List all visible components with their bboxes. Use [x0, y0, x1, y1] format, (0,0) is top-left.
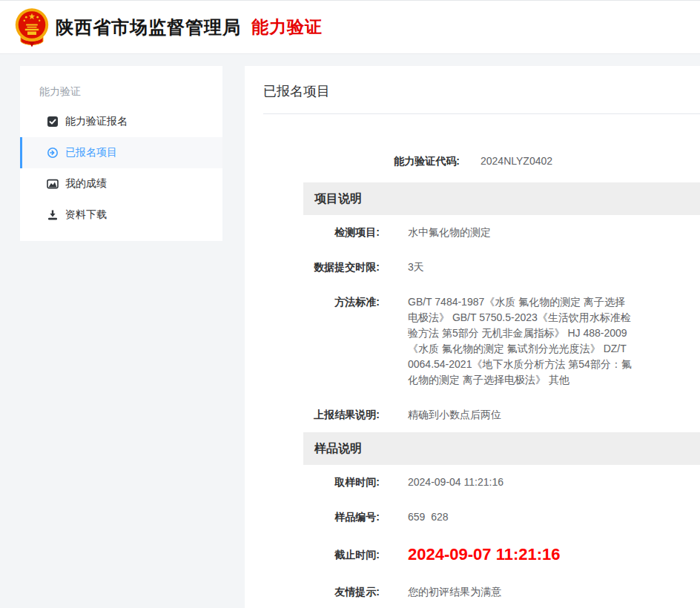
- title-divider: [263, 113, 700, 114]
- sidebar-column: 能力验证 能力验证报名 已报名项目: [0, 66, 245, 608]
- sidebar-item-label: 已报名项目: [65, 146, 117, 159]
- content-area: 能力验证 能力验证报名 已报名项目: [0, 54, 700, 608]
- china-national-emblem-icon: [15, 7, 49, 47]
- sidebar-item-registered-projects[interactable]: 已报名项目: [20, 137, 222, 168]
- sidebar-group-title: 能力验证: [20, 76, 222, 106]
- form-row-friendly-tip: 友情提示: 您的初评结果为满意: [303, 575, 700, 608]
- form-row-sample-number: 样品编号: 659 628: [303, 500, 700, 535]
- sidebar-item-my-scores[interactable]: 我的成绩: [20, 168, 222, 199]
- form-row-sampling-time: 取样时间: 2024-09-04 11:21:16: [303, 465, 700, 500]
- section-header-project-description: 项目说明: [303, 182, 700, 215]
- field-label: 能力验证代码:: [303, 153, 481, 169]
- field-value: 3天: [408, 260, 632, 275]
- field-value: 水中氟化物的测定: [408, 225, 632, 240]
- form-row-verification-code: 能力验证代码: 2024NLYZ0402: [303, 144, 700, 179]
- field-value: 精确到小数点后两位: [408, 407, 632, 423]
- field-value: 2024-09-04 11:21:16: [408, 475, 632, 490]
- org-title: 陕西省市场监督管理局: [56, 16, 241, 39]
- field-label: 取样时间:: [303, 475, 408, 490]
- sidebar-item-label: 能力验证报名: [65, 115, 128, 128]
- sidebar-item-label: 我的成绩: [65, 177, 107, 191]
- form-row-result-report-note: 上报结果说明: 精确到小数点后两位: [303, 397, 700, 432]
- circle-right-arrow-icon: [47, 147, 59, 159]
- form-row-detection-item: 检测项目: 水中氟化物的测定: [303, 215, 700, 250]
- project-detail-form: 能力验证代码: 2024NLYZ0402 项目说明 检测项目: 水中氟化物的测定…: [303, 144, 700, 608]
- area-chart-icon: [47, 178, 59, 190]
- section-header-sample-description: 样品说明: [303, 432, 700, 465]
- field-label: 样品编号:: [303, 509, 408, 525]
- field-label: 截止时间:: [303, 547, 408, 563]
- main-panel: 已报名项目 能力验证代码: 2024NLYZ0402 项目说明 检测项目: 水中…: [245, 66, 700, 608]
- app-header: 陕西省市场监督管理局 能力验证: [0, 1, 700, 54]
- field-label: 上报结果说明:: [303, 407, 408, 423]
- field-value: 您的初评结果为满意: [408, 584, 632, 600]
- page: 陕西省市场监督管理局 能力验证 能力验证 能力验证报名 已报名项目: [0, 0, 700, 608]
- field-label: 方法标准:: [303, 294, 408, 388]
- form-row-method-standard: 方法标准: GB/T 7484-1987《水质 氟化物的测定 离子选择电极法》 …: [303, 285, 700, 397]
- form-row-submission-deadline-days: 数据提交时限: 3天: [303, 250, 700, 285]
- download-icon: [47, 209, 59, 221]
- checkbox-check-icon: [47, 116, 59, 128]
- form-row-deadline-time: 截止时间: 2024-09-07 11:21:16: [303, 535, 700, 575]
- field-label: 数据提交时限:: [303, 260, 408, 275]
- field-label: 友情提示:: [303, 584, 408, 600]
- field-label: 检测项目:: [303, 225, 408, 240]
- sidebar-item-registration[interactable]: 能力验证报名: [20, 106, 222, 137]
- app-title: 能力验证: [251, 16, 323, 39]
- page-title: 已报名项目: [263, 66, 700, 100]
- field-value: 659 628: [408, 509, 632, 525]
- sidebar: 能力验证 能力验证报名 已报名项目: [20, 66, 222, 241]
- field-value: GB/T 7484-1987《水质 氟化物的测定 离子选择电极法》 GB/T 5…: [408, 294, 632, 388]
- field-value: 2024NLYZ0402: [481, 153, 552, 169]
- deadline-value: 2024-09-07 11:21:16: [408, 544, 561, 565]
- sidebar-item-label: 资料下载: [65, 208, 107, 222]
- sidebar-item-downloads[interactable]: 资料下载: [20, 199, 222, 231]
